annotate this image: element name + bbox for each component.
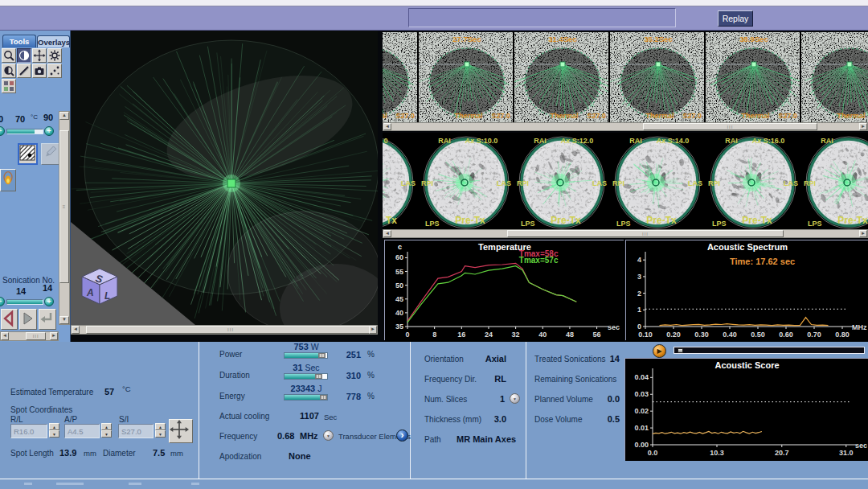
- rl-increase-button[interactable]: ▲: [49, 423, 59, 430]
- tool-camera-button[interactable]: [32, 64, 47, 78]
- scroll-up-button[interactable]: ▲: [59, 112, 69, 120]
- rl-stepper[interactable]: ▲ ▼: [49, 423, 59, 438]
- sonication-params-panel: Power 753 W 251 % Duration 31 Sec 310 % …: [199, 342, 410, 479]
- pre-tx-label: Pre-Tx: [742, 215, 772, 226]
- sidebar-scrollbar[interactable]: ▲≡▼: [59, 111, 70, 325]
- energy-percent-sign: %: [367, 392, 375, 401]
- orientation-cube[interactable]: SAL: [82, 269, 117, 304]
- ap-stepper[interactable]: ▲ ▼: [101, 423, 112, 438]
- thermal-map-tile[interactable]: ThermalS27.0: [801, 32, 868, 122]
- mri-slice-image: RAIAx S:16.0RPILASLPSPre-Tx: [706, 133, 800, 229]
- scroll-right-button[interactable]: ►: [369, 326, 377, 334]
- frequency-value: 0.68: [277, 431, 294, 441]
- replay-button[interactable]: Replay: [718, 10, 753, 27]
- si-stepper[interactable]: ▲ ▼: [155, 423, 166, 438]
- si-decrease-button[interactable]: ▼: [155, 430, 166, 438]
- thermal-map-tile[interactable]: ThermalS27.0: [383, 32, 417, 122]
- scroll-left-button[interactable]: ◄: [72, 326, 80, 334]
- temp-scale-decrease-button[interactable]: −: [0, 126, 5, 136]
- orientation-marker-left: RPI: [421, 179, 433, 187]
- energy-slider[interactable]: [284, 394, 328, 401]
- sonication-decrease-button[interactable]: −: [0, 297, 5, 306]
- duration-label: Duration: [219, 371, 250, 380]
- thermal-spot-button[interactable]: [0, 169, 16, 191]
- orientation-marker-left: RPI: [517, 179, 529, 187]
- ap-decrease-button[interactable]: ▼: [101, 430, 112, 438]
- orientation-label: Orientation: [424, 355, 464, 364]
- scroll-down-button[interactable]: ▼: [59, 316, 69, 324]
- frequency-dropdown[interactable]: ▼: [323, 430, 334, 441]
- sonication-increase-button[interactable]: +: [44, 297, 54, 306]
- svg-text:45: 45: [395, 295, 403, 303]
- thermal-map-image: 35.2SecThermalS27.0: [610, 32, 704, 122]
- tool-window-level-button[interactable]: [2, 64, 16, 78]
- scroll-left-button[interactable]: ◄: [383, 230, 391, 237]
- power-slider[interactable]: [284, 352, 328, 359]
- num-slices-dropdown[interactable]: ▼: [510, 393, 520, 404]
- num-slices-label: Num. Slices: [424, 395, 467, 404]
- temp-scale-increase-button[interactable]: +: [44, 126, 54, 136]
- slice-position-label: Ax S:10.0: [465, 137, 498, 145]
- hatch-overlay-button[interactable]: [18, 143, 38, 165]
- tool-settings-button[interactable]: [47, 48, 62, 63]
- go-to-sonication-button[interactable]: [39, 309, 56, 330]
- ap-field[interactable]: [64, 424, 100, 438]
- scroll-thumb[interactable]: III: [643, 123, 817, 130]
- mri-slice-tile[interactable]: RAIAx S:12.0RPILASLPSPre-Tx: [514, 133, 608, 229]
- mri-slice-tile[interactable]: RAIAx S:16.0RPILASLPSPre-Tx: [706, 133, 800, 229]
- replay-position-slider[interactable]: [674, 347, 865, 354]
- scroll-right-button[interactable]: ►: [859, 123, 867, 130]
- orientation-marker-top: RAI: [629, 137, 642, 145]
- sidebar-h-scrollbar[interactable]: ◄III►: [0, 331, 59, 341]
- orientation-marker-right: LAS: [592, 179, 607, 187]
- next-sonication-button[interactable]: [19, 309, 37, 330]
- energy-label: Energy: [219, 392, 245, 401]
- orientation-marker-right: LAS: [688, 179, 702, 187]
- scroll-thumb[interactable]: ≡: [59, 130, 69, 283]
- transducer-elements-button[interactable]: ›: [396, 429, 408, 442]
- scan-params-panel: Orientation Axial Frequency Dir. RL Num.…: [410, 342, 526, 479]
- tab-tools[interactable]: Tools: [2, 35, 36, 47]
- tool-pan-button[interactable]: [32, 48, 47, 63]
- mri-slice-tile[interactable]: RAIRPILASLPSPre-Tx: [801, 133, 868, 229]
- replay-position-thumb[interactable]: [678, 348, 683, 353]
- scroll-thumb[interactable]: III: [86, 326, 376, 334]
- previous-sonication-button[interactable]: [1, 309, 18, 330]
- mri-slice-tile[interactable]: 0LASTx: [383, 133, 417, 229]
- replay-play-button[interactable]: ▶: [653, 344, 666, 358]
- rl-field[interactable]: [10, 424, 47, 438]
- thermal-map-tile[interactable]: 27.7SecThermalS27.0: [419, 32, 513, 122]
- tool-contrast-button[interactable]: [17, 48, 31, 63]
- si-field[interactable]: [118, 424, 154, 438]
- thermal-map-tile[interactable]: 35.2SecThermalS27.0: [610, 32, 704, 122]
- scroll-left-button[interactable]: ◄: [383, 123, 391, 130]
- 3d-beam-view[interactable]: SAL: [71, 31, 378, 325]
- move-spot-button[interactable]: [169, 419, 193, 443]
- mri-strip-scrollbar[interactable]: ◄III►: [383, 229, 868, 238]
- thermal-map-tile[interactable]: 38.9SecThermalS27.0: [706, 32, 800, 122]
- sonication-slider[interactable]: [6, 299, 43, 305]
- 3d-view-scrollbar[interactable]: ◄III►: [71, 325, 378, 335]
- mri-slice-tile[interactable]: RAIAx S:10.0RPILASLPSPre-Tx: [419, 133, 513, 229]
- duration-slider[interactable]: [284, 373, 328, 380]
- scroll-thumb[interactable]: III: [507, 230, 783, 237]
- mri-slice-tile[interactable]: RAIAx S:14.0RPILASLPSPre-Tx: [610, 133, 704, 229]
- thermal-map-tile[interactable]: 31.4SecThermalS27.0: [514, 32, 608, 122]
- thermal-map-image: ThermalS27.0: [801, 32, 868, 122]
- svg-text:20.7: 20.7: [775, 449, 789, 457]
- tab-overlays[interactable]: Overlays: [37, 35, 70, 47]
- si-increase-button[interactable]: ▲: [155, 423, 166, 430]
- scroll-right-button[interactable]: ►: [859, 230, 867, 237]
- thermal-strip-scrollbar[interactable]: ◄III►: [383, 122, 868, 131]
- scroll-left-button[interactable]: ◄: [1, 332, 9, 340]
- tool-points-button[interactable]: [47, 64, 62, 78]
- ap-increase-button[interactable]: ▲: [101, 423, 112, 430]
- tool-ruler-button[interactable]: [17, 64, 31, 78]
- tool-grid-button[interactable]: [2, 79, 16, 93]
- next-arrow-icon: [20, 310, 35, 327]
- scroll-thumb[interactable]: III: [26, 332, 46, 340]
- tool-zoom-button[interactable]: [2, 48, 16, 63]
- scroll-right-button[interactable]: ►: [50, 332, 58, 340]
- temp-scale-slider[interactable]: [6, 129, 43, 134]
- rl-decrease-button[interactable]: ▼: [49, 430, 59, 438]
